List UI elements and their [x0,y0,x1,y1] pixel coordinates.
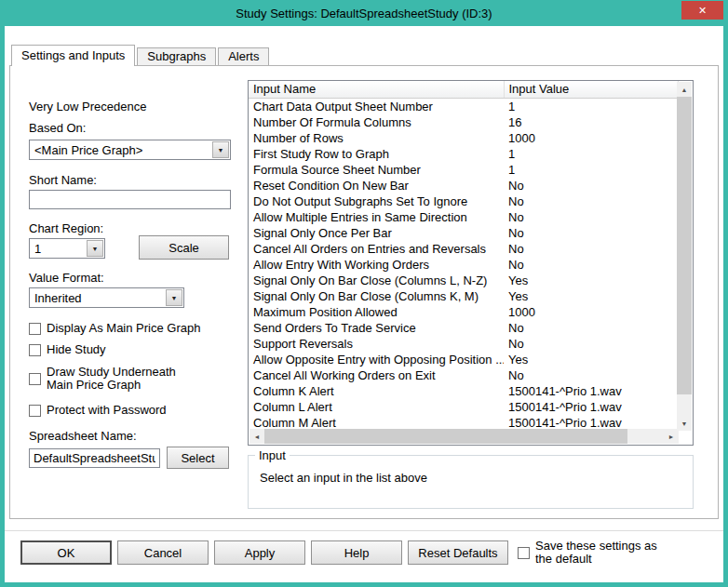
table-row[interactable]: Chart Data Output Sheet Number1 [249,98,678,114]
inputs-listview[interactable]: Input Name Input Value Chart Data Output… [248,80,694,446]
table-row[interactable]: Column K Alert1500141-^Prio 1.wav [249,383,678,399]
table-row[interactable]: Number Of Formula Columns16 [249,114,678,130]
table-row[interactable]: Allow Multiple Entries in Same Direction… [249,209,678,225]
titlebar[interactable]: Study Settings: DefaultSpreadsheetStudy … [0,0,728,26]
checkbox-box[interactable] [518,547,530,559]
apply-button[interactable]: Apply [214,540,305,565]
table-cell: Yes [504,288,678,304]
table-cell: Allow Opposite Entry with Opposing Posit… [249,352,504,367]
tab-settings-and-inputs[interactable]: Settings and Inputs [11,45,135,66]
vertical-scrollbar[interactable]: ▲ ▼ [677,82,692,431]
table-row[interactable]: Allow Opposite Entry with Opposing Posit… [249,352,678,367]
value-format-dropdown[interactable]: Inherited ▼ [29,287,184,308]
table-cell: Signal Only On Bar Close (Columns K, M) [249,288,504,304]
spreadsheet-name-input[interactable] [29,448,160,468]
table-cell: First Study Row to Graph [249,146,504,162]
table-cell: Maximum Position Allowed [249,304,504,320]
table-cell: No [504,320,678,336]
input-groupbox: Input Select an input in the list above [248,455,694,509]
cancel-button[interactable]: Cancel [117,540,209,565]
table-row[interactable]: Maximum Position Allowed1000 [249,304,678,320]
value-format-label: Value Format: [29,271,104,285]
horizontal-scroll-thumb[interactable] [264,429,627,444]
table-row[interactable]: Send Orders To Trade ServiceNo [249,320,678,336]
table-row[interactable]: Cancel All Working Orders on ExitNo [249,367,678,383]
inputs-table-body: Chart Data Output Sheet Number1Number Of… [249,98,678,431]
based-on-dropdown[interactable]: <Main Price Graph> ▼ [29,140,231,160]
select-button[interactable]: Select [167,447,229,469]
chevron-down-icon[interactable]: ▼ [166,289,182,306]
inputs-table: Input Name Input Value Chart Data Output… [249,81,679,431]
reset-defaults-button[interactable]: Reset Defaults [408,540,508,565]
table-row[interactable]: Number of Rows1000 [249,130,678,146]
table-row[interactable]: Signal Only On Bar Close (Columns L, N-Z… [249,273,678,288]
scroll-down-icon[interactable]: ▼ [677,416,692,431]
column-header-input-name[interactable]: Input Name [249,81,504,98]
table-cell: No [504,209,678,225]
table-cell: No [504,193,678,209]
chart-region-label: Chart Region: [29,221,103,235]
chevron-down-icon[interactable]: ▼ [212,141,229,158]
footer-separator [5,530,723,531]
checkbox-box[interactable] [29,373,41,385]
checkbox-protect-with-password[interactable]: Protect with Password [29,404,167,417]
checkbox-hide-study[interactable]: Hide Study [29,343,106,356]
short-name-input[interactable] [29,190,231,209]
checkbox-display-as-main-price-graph[interactable]: Display As Main Price Graph [29,322,200,335]
chart-region-dropdown[interactable]: 1 ▼ [29,238,105,259]
ok-button[interactable]: OK [20,540,112,565]
table-cell: Formula Source Sheet Number [249,162,504,178]
close-icon: ✕ [698,5,707,17]
table-row[interactable]: Allow Entry With Working OrdersNo [249,257,678,273]
dialog-client: Settings and Inputs Subgraphs Alerts Ver… [5,26,723,582]
scale-button[interactable]: Scale [139,235,229,260]
scroll-left-icon[interactable]: ◄ [249,429,264,444]
table-cell: No [504,225,678,241]
vertical-scroll-thumb[interactable] [677,97,692,394]
table-cell: No [504,241,678,257]
table-row[interactable]: Do Not Output Subgraphs Set To IgnoreNo [249,193,678,209]
table-row[interactable]: First Study Row to Graph1 [249,146,678,162]
tab-alerts[interactable]: Alerts [218,47,269,65]
checkbox-label: Hide Study [47,343,106,356]
table-cell: Column M Alert [249,415,504,431]
table-cell: Signal Only Once Per Bar [249,225,504,241]
help-button[interactable]: Help [311,540,402,565]
checkbox-draw-study-underneath[interactable]: Draw Study Underneath Main Price Graph [29,366,186,392]
table-cell: Cancel All Orders on Entries and Reversa… [249,241,504,257]
input-group-title: Input [255,448,290,462]
tab-subgraphs[interactable]: Subgraphs [137,47,216,65]
table-row[interactable]: Column M Alert1500141-^Prio 1.wav [249,415,678,431]
column-header-input-value[interactable]: Input Value [504,81,678,98]
checkbox-box[interactable] [29,323,41,335]
table-cell: Send Orders To Trade Service [249,320,504,336]
tab-content: Very Low Precedence Based On: <Main Pric… [9,65,719,519]
tab-strip: Settings and Inputs Subgraphs Alerts [11,45,271,66]
horizontal-scrollbar[interactable]: ◄ ► [249,429,679,444]
table-cell: 1 [504,162,678,178]
checkbox-box[interactable] [29,344,41,356]
table-cell: No [504,367,678,383]
table-cell: Chart Data Output Sheet Number [249,98,504,114]
table-row[interactable]: Reset Condition On New BarNo [249,178,678,193]
table-row[interactable]: Signal Only On Bar Close (Columns K, M)Y… [249,288,678,304]
close-button[interactable]: ✕ [681,1,723,20]
table-row[interactable]: Column L Alert1500141-^Prio 1.wav [249,399,678,415]
checkbox-label: Display As Main Price Graph [47,322,200,335]
checkbox-save-as-default[interactable]: Save these settings as the default [518,539,658,567]
table-cell: Column L Alert [249,399,504,415]
table-row[interactable]: Formula Source Sheet Number1 [249,162,678,178]
checkbox-box[interactable] [29,405,41,417]
table-cell: Number of Rows [249,130,504,146]
table-row[interactable]: Cancel All Orders on Entries and Reversa… [249,241,678,257]
spreadsheet-name-label: Spreadsheet Name: [29,429,137,443]
table-cell: 1500141-^Prio 1.wav [504,399,678,415]
table-row[interactable]: Support ReversalsNo [249,336,678,352]
table-cell: 1 [504,98,678,114]
dialog-window: Study Settings: DefaultSpreadsheetStudy … [0,0,728,587]
chevron-down-icon[interactable]: ▼ [87,240,103,257]
table-row[interactable]: Signal Only Once Per BarNo [249,225,678,241]
scroll-up-icon[interactable]: ▲ [677,82,692,97]
table-header-row: Input Name Input Value [249,81,678,98]
scroll-right-icon[interactable]: ► [664,429,679,444]
